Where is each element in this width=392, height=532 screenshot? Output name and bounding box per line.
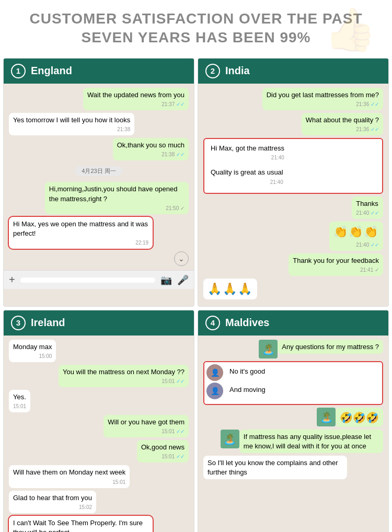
user-avatar: 🏝️	[221, 430, 239, 448]
list-item: Wait the updated news from you 21:37 ✓✓	[9, 88, 189, 110]
message-bubble: 🤣🤣🤣	[336, 408, 383, 427]
message-bubble: Hi Max, got the mattress 21:40	[206, 141, 289, 164]
list-item: So I'll let you know the complains and o…	[203, 456, 383, 479]
panel-maldives-number: 4	[205, 316, 220, 330]
list-item: Did you get last mattresses from me? 21:…	[203, 88, 383, 110]
message-bubble: 🙏🙏🙏	[203, 279, 257, 299]
panel-england-header: 1 England	[4, 59, 194, 84]
panel-maldives: 4 Maldives 🏝️ Any questions for my mattr…	[198, 310, 389, 533]
panel-ireland-number: 3	[11, 316, 26, 330]
date-chip: 4月23日 周一	[75, 166, 122, 176]
list-item: Thanks 21:40 ✓✓	[203, 196, 383, 219]
highlight-box: 👤 No it's good 👤 And moving	[203, 361, 383, 405]
message-bubble: Glad to hear that from you 15:02	[9, 491, 96, 513]
list-item: What about the quality ? 21:36 ✓✓	[203, 113, 383, 135]
list-item: Hi Max, got the mattress 21:40	[206, 141, 380, 164]
message-bubble: Thanks 21:40 ✓✓	[352, 196, 383, 219]
panel-england-body: Wait the updated news from you 21:37 ✓✓ …	[4, 84, 194, 270]
message-bubble: 👏👏👏 21:40 ✓✓	[329, 222, 383, 251]
user-avatar: 🏝️	[317, 408, 336, 426]
message-bubble: Hi,morning,Justin,you should have opened…	[45, 182, 189, 214]
list-item: 🏝️ If mattress has any quality issue,ple…	[203, 430, 383, 453]
message-bubble: What about the quality ? 21:36 ✓✓	[302, 113, 383, 135]
add-icon[interactable]: +	[9, 274, 15, 286]
expand-icon[interactable]: ⌄	[174, 251, 189, 266]
list-item: Yes tomorrow I will tell you how it look…	[9, 113, 189, 135]
list-item: Hi Max, yes we open the mattress and it …	[9, 217, 189, 249]
list-item: Yes. 15:01	[9, 390, 189, 412]
thumbs-up-icon: 👍	[324, 5, 376, 54]
panel-england-title: England	[31, 65, 72, 77]
panel-ireland: 3 Ireland Monday max 15:00 You will the …	[3, 310, 194, 533]
panel-india: 2 India Did you get last mattresses from…	[198, 58, 389, 307]
header: 👍 CUSTOMER SATISFACTION OVER THE PAST SE…	[0, 0, 392, 55]
list-item: You will the mattress on next Monday ?? …	[9, 365, 189, 387]
panel-england-number: 1	[11, 64, 26, 78]
media-icons: 📷 🎤	[160, 274, 189, 286]
message-bubble: Will or you have got them 15:01 ✓✓	[103, 415, 189, 437]
list-item: Will have them on Monday next week 15:01	[9, 465, 189, 488]
main-title: CUSTOMER SATISFACTION OVER THE PAST SEVE…	[21, 9, 371, 48]
list-item: 🏝️ 🤣🤣🤣	[203, 408, 383, 427]
list-item: 🏝️ Any questions for my mattress ?	[203, 340, 383, 358]
message-bubble: No it's good	[225, 364, 269, 378]
panel-ireland-title: Ireland	[31, 317, 65, 329]
camera-icon[interactable]: 📷	[160, 274, 172, 286]
panel-maldives-header: 4 Maldives	[198, 310, 388, 336]
panel-india-number: 2	[205, 64, 220, 78]
panel-india-body: Did you get last mattresses from me? 21:…	[198, 84, 388, 306]
list-item: 👤 And moving	[206, 383, 380, 399]
message-bubble: Quality is great as usual 21:40	[206, 165, 287, 188]
list-item: Will or you have got them 15:01 ✓✓	[9, 415, 189, 437]
list-item: 🙏🙏🙏	[203, 279, 383, 299]
list-item: I can't Wait To See Them Properly. I'm s…	[9, 516, 189, 532]
list-item: Quality is great as usual 21:40	[206, 165, 380, 188]
message-bubble: If mattress has any quality issue,please…	[239, 430, 383, 453]
message-bubble: Thank you for your feedback 21:41 ✓	[289, 253, 383, 276]
message-bubble: Did you get last mattresses from me? 21:…	[262, 88, 383, 110]
message-bubble: Ok,thank you so much 21:38 ✓✓	[113, 138, 189, 160]
list-item: Ok,thank you so much 21:38 ✓✓	[9, 138, 189, 160]
panel-ireland-header: 3 Ireland	[4, 310, 194, 336]
message-bubble: Wait the updated news from you 21:37 ✓✓	[83, 88, 189, 110]
message-bubble: Will have them on Monday next week 15:01	[9, 465, 130, 488]
highlight-box: Hi Max, got the mattress 21:40 Quality i…	[203, 138, 383, 193]
message-bubble: I can't Wait To See Them Properly. I'm s…	[9, 516, 153, 532]
panel-maldives-body: 🏝️ Any questions for my mattress ? 👤 No …	[198, 336, 388, 513]
list-item: Monday max 15:00	[9, 340, 189, 362]
avatar: 👤	[206, 364, 223, 381]
list-item: Glad to hear that from you 15:02	[9, 491, 189, 513]
message-input[interactable]	[20, 277, 155, 283]
panel-india-title: India	[225, 65, 250, 77]
message-bubble: Yes tomorrow I will tell you how it look…	[9, 113, 134, 135]
user-avatar: 🏝️	[259, 340, 278, 358]
message-bubble: Yes. 15:01	[9, 390, 30, 412]
list-item: 👤 No it's good	[206, 364, 380, 381]
input-bar-england: + 📷 🎤	[4, 270, 194, 289]
list-item: Hi,morning,Justin,you should have opened…	[9, 182, 189, 214]
message-bubble: So I'll let you know the complains and o…	[203, 456, 347, 479]
panel-india-header: 2 India	[198, 59, 388, 84]
list-item: Thank you for your feedback 21:41 ✓	[203, 253, 383, 276]
list-item: Ok,good news 15:01 ✓✓	[9, 440, 189, 462]
message-bubble: Hi Max, yes we open the mattress and it …	[9, 217, 153, 249]
chat-grid: 1 England Wait the updated news from you…	[0, 55, 392, 532]
panel-ireland-body: Monday max 15:00 You will the mattress o…	[4, 336, 194, 533]
avatar: 👤	[206, 383, 223, 399]
list-item: 4月23日 周一	[9, 163, 189, 179]
message-bubble: Any questions for my mattress ?	[278, 340, 383, 354]
message-bubble: You will the mattress on next Monday ?? …	[59, 365, 189, 387]
message-bubble: Ok,good news 15:01 ✓✓	[137, 440, 189, 462]
panel-england: 1 England Wait the updated news from you…	[3, 58, 194, 307]
panel-maldives-title: Maldives	[225, 317, 269, 329]
message-bubble: And moving	[225, 383, 270, 397]
list-item: 👏👏👏 21:40 ✓✓	[203, 222, 383, 251]
message-bubble: Monday max 15:00	[9, 340, 56, 362]
mic-icon[interactable]: 🎤	[177, 274, 189, 286]
